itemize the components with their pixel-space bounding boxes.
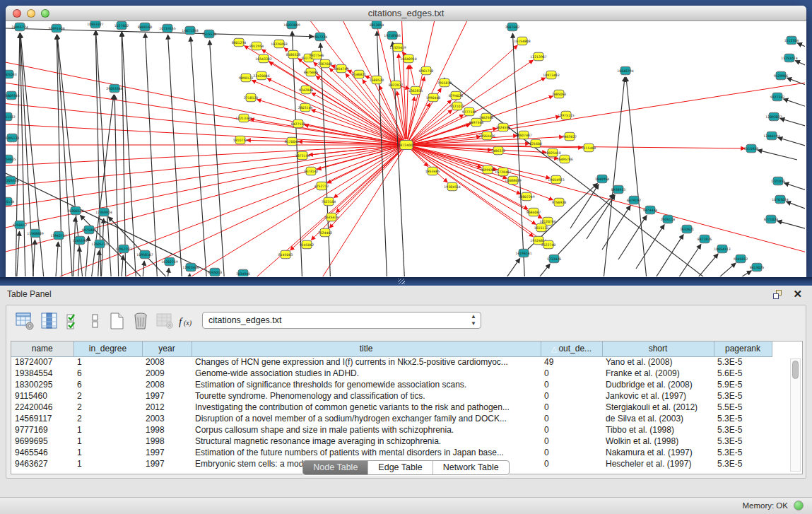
table-row[interactable]: 969969511998Structural magnetic resonanc… <box>11 436 772 447</box>
network-node[interactable]: 16154808 <box>514 37 530 45</box>
network-node[interactable]: 8912954 <box>249 42 264 50</box>
network-node[interactable]: 16495786 <box>556 155 572 163</box>
network-node[interactable]: 10958107 <box>136 250 153 259</box>
network-node[interactable]: 14196141 <box>515 249 531 257</box>
splitter-band[interactable] <box>0 277 812 286</box>
table-row[interactable]: 1456911722003Disruption of a novel membe… <box>11 413 772 424</box>
network-node[interactable]: 1733426 <box>547 255 562 263</box>
network-node[interactable]: 1990448 <box>426 93 441 102</box>
column-header-name[interactable]: name <box>11 341 73 356</box>
new-table-icon[interactable] <box>107 311 126 331</box>
network-node[interactable]: 9327546 <box>310 51 324 59</box>
network-node[interactable]: 16648794 <box>617 66 633 75</box>
network-edge[interactable] <box>726 271 751 276</box>
network-node[interactable]: 9684067 <box>526 208 541 216</box>
network-node[interactable]: 1840954 <box>595 175 610 183</box>
network-hub-node[interactable]: 18724007 <box>398 141 414 150</box>
network-edge[interactable] <box>797 43 805 51</box>
network-node[interactable]: 1673142 <box>304 167 319 175</box>
network-node[interactable]: 621600 <box>529 139 542 148</box>
network-edge[interactable] <box>411 148 536 224</box>
network-node[interactable]: 12444194 <box>763 132 779 140</box>
column-header-out_de[interactable]: △out_de... <box>541 341 602 356</box>
network-node[interactable]: 16640910 <box>400 54 416 63</box>
network-node[interactable]: 1635474 <box>324 213 339 221</box>
network-node[interactable]: 8822037 <box>389 81 404 89</box>
network-node[interactable]: 9242848 <box>299 86 314 94</box>
column-header-in_degree[interactable]: in_degree <box>73 341 142 356</box>
network-node[interactable]: 8186328 <box>286 50 301 59</box>
table-row[interactable]: 977716911998Corpus callosum shape and si… <box>11 424 772 436</box>
network-node[interactable]: 8475685 <box>304 68 319 76</box>
network-node[interactable]: 2687682 <box>505 23 520 31</box>
network-node[interactable]: 10719155 <box>159 24 175 33</box>
network-node[interactable]: 12923446 <box>182 263 199 271</box>
network-node[interactable]: 6479197 <box>627 196 642 204</box>
network-node[interactable]: 7632621 <box>680 225 695 233</box>
network-node[interactable]: 9305133 <box>6 134 19 142</box>
column-header-title[interactable]: title <box>192 341 541 356</box>
network-node[interactable]: 4752712 <box>314 182 329 190</box>
network-node[interactable]: 1527602 <box>114 21 129 30</box>
table-scrollbar-thumb[interactable] <box>792 361 799 379</box>
network-edge[interactable] <box>778 138 805 148</box>
network-node[interactable]: 1810754 <box>233 136 248 144</box>
network-node[interactable]: 8427552 <box>291 119 306 128</box>
network-node[interactable]: 9146821 <box>352 70 367 78</box>
network-node[interactable]: 9245012 <box>734 255 748 263</box>
network-node[interactable]: 1112304 <box>784 36 799 45</box>
network-edge[interactable] <box>20 33 25 276</box>
network-edge[interactable] <box>784 183 805 193</box>
network-edge[interactable] <box>636 225 664 269</box>
network-node[interactable]: 24055724 <box>11 23 28 31</box>
network-edge[interactable] <box>410 65 414 85</box>
network-node[interactable]: 9756928 <box>552 198 567 206</box>
network-node[interactable]: 8601234 <box>232 38 247 47</box>
network-node[interactable]: 20206576 <box>67 206 83 215</box>
close-panel-icon[interactable]: ✕ <box>793 288 802 300</box>
network-node[interactable]: 1588520 <box>370 76 384 84</box>
network-node[interactable]: 11325419 <box>389 43 406 52</box>
network-node[interactable]: 7485063 <box>552 90 567 98</box>
network-node[interactable]: 7623104 <box>322 197 336 206</box>
memory-status-indicator[interactable] <box>794 501 804 510</box>
network-node[interactable]: 6771024 <box>764 215 779 223</box>
table-selector-dropdown[interactable]: citations_edges.txt ▲▼ <box>202 312 481 329</box>
network-edge[interactable] <box>167 268 169 276</box>
network-edge[interactable] <box>98 250 100 276</box>
network-node[interactable]: 2935114 <box>661 215 676 223</box>
network-edge[interactable] <box>709 263 736 276</box>
network-edge[interactable] <box>252 80 401 142</box>
network-edge[interactable] <box>587 195 615 239</box>
network-node[interactable]: 8413025 <box>750 263 765 271</box>
network-edge[interactable] <box>795 61 805 69</box>
network-node[interactable]: 12213967 <box>530 52 546 61</box>
network-node[interactable]: 4350612 <box>13 221 28 229</box>
network-edge[interactable] <box>786 201 805 212</box>
network-node[interactable]: 7634945 <box>236 269 251 276</box>
column-header-short[interactable]: short <box>602 341 714 356</box>
network-edge[interactable] <box>758 150 797 160</box>
network-node[interactable]: 11568689 <box>27 229 43 238</box>
network-edge[interactable] <box>784 99 805 110</box>
network-node[interactable]: 20605033 <box>6 70 17 78</box>
network-edge[interactable] <box>411 148 542 218</box>
network-node[interactable]: 17359924 <box>95 208 112 216</box>
network-node[interactable]: 9463627 <box>563 132 577 141</box>
network-edge[interactable] <box>570 185 599 228</box>
function-builder-icon[interactable]: f (x) <box>177 311 196 331</box>
network-edge[interactable] <box>626 77 647 276</box>
network-edge[interactable] <box>210 40 225 276</box>
clear-selection-icon[interactable] <box>86 311 105 331</box>
table-settings-icon[interactable] <box>15 311 35 331</box>
network-node[interactable]: 2522740 <box>541 240 556 249</box>
table-row[interactable]: 911546021997Tourette syndrome. Phenomeno… <box>11 390 772 402</box>
network-node[interactable]: 1615132 <box>534 223 549 232</box>
network-edge[interactable] <box>690 254 718 276</box>
delete-column-icon[interactable] <box>131 311 151 331</box>
table-row[interactable]: 946554611997Estimation of the future num… <box>11 447 772 458</box>
table-row[interactable]: 1938455462009Genome-wide association stu… <box>11 368 772 379</box>
select-all-icon[interactable] <box>64 311 84 331</box>
network-edge[interactable] <box>73 217 76 276</box>
network-edge[interactable] <box>329 149 402 228</box>
